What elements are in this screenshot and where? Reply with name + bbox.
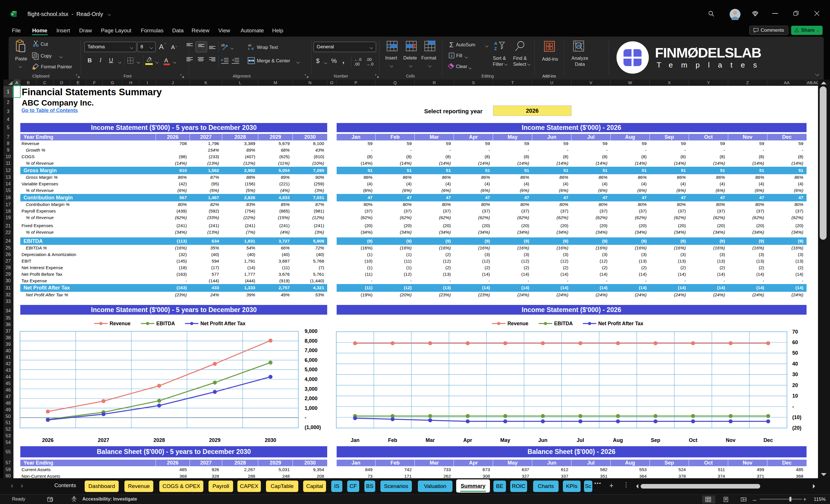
svg-text:3,000: 3,000 bbox=[305, 386, 317, 392]
svg-text:2027: 2027 bbox=[98, 437, 109, 443]
svg-text:Net Profit After Tax: Net Profit After Tax bbox=[598, 321, 643, 326]
svg-text:Dec: Dec bbox=[763, 437, 773, 443]
svg-text:60: 60 bbox=[792, 340, 798, 345]
svg-text:Mar: Mar bbox=[425, 437, 435, 443]
svg-text:A: A bbox=[494, 41, 498, 46]
svg-text:Sep: Sep bbox=[651, 437, 660, 443]
svg-text:2029: 2029 bbox=[209, 437, 221, 443]
svg-text:9,000: 9,000 bbox=[305, 328, 317, 334]
svg-text:EBITDA: EBITDA bbox=[156, 321, 175, 326]
svg-text:-: - bbox=[792, 404, 794, 410]
svg-text:-: - bbox=[305, 415, 306, 420]
svg-text:(20): (20) bbox=[792, 425, 801, 431]
svg-text:70: 70 bbox=[792, 329, 798, 335]
svg-text:6,000: 6,000 bbox=[305, 357, 317, 363]
svg-text:2030: 2030 bbox=[265, 437, 276, 443]
svg-text:2026: 2026 bbox=[42, 437, 54, 443]
svg-text:c: c bbox=[248, 47, 250, 50]
svg-text:Revenue: Revenue bbox=[507, 321, 528, 326]
svg-text:Z: Z bbox=[494, 46, 497, 51]
svg-text:10: 10 bbox=[792, 393, 798, 399]
svg-text:(1,000): (1,000) bbox=[305, 424, 321, 430]
svg-text:Feb: Feb bbox=[388, 437, 397, 443]
svg-text:20: 20 bbox=[792, 382, 798, 388]
svg-text:ab: ab bbox=[248, 43, 251, 47]
svg-text:Nov: Nov bbox=[726, 437, 736, 443]
svg-text:Revenue: Revenue bbox=[109, 321, 130, 326]
svg-text:30: 30 bbox=[792, 372, 798, 377]
svg-text:Jan: Jan bbox=[351, 437, 359, 443]
svg-text:50: 50 bbox=[792, 350, 798, 356]
svg-text:2028: 2028 bbox=[153, 437, 165, 443]
svg-text:May: May bbox=[500, 437, 510, 443]
svg-text:Net Profit After Tax: Net Profit After Tax bbox=[200, 321, 246, 326]
svg-text:EBITDA: EBITDA bbox=[554, 321, 573, 326]
svg-text:7,000: 7,000 bbox=[305, 348, 317, 353]
svg-text:Apr: Apr bbox=[463, 437, 472, 443]
svg-text:8,000: 8,000 bbox=[305, 338, 317, 344]
svg-text:4,000: 4,000 bbox=[305, 376, 317, 382]
svg-text:Jul: Jul bbox=[577, 437, 584, 443]
svg-text:Aug: Aug bbox=[613, 437, 623, 443]
svg-text:40: 40 bbox=[792, 361, 798, 367]
svg-text:1,000: 1,000 bbox=[305, 405, 317, 411]
svg-text:ab: ab bbox=[221, 43, 225, 47]
svg-text:x: x bbox=[11, 12, 13, 16]
svg-text:Oct: Oct bbox=[689, 437, 697, 443]
svg-text:(10): (10) bbox=[792, 414, 801, 420]
svg-text:2,000: 2,000 bbox=[305, 396, 317, 401]
svg-text:5,000: 5,000 bbox=[305, 367, 317, 372]
svg-text:Jun: Jun bbox=[538, 437, 547, 443]
